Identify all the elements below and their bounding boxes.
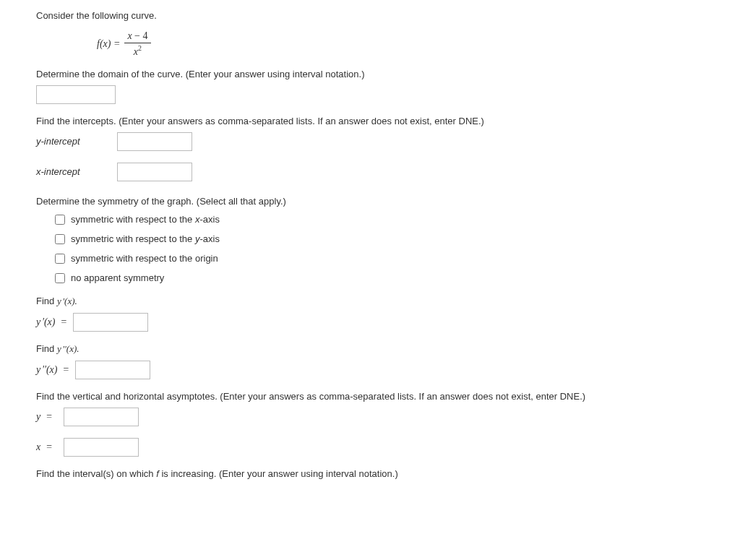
increasing-prompt: Find the interval(s) on which f is incre… [36,468,704,479]
y-intercept-label: y-intercept [36,136,117,147]
x-intercept-input[interactable] [117,163,192,181]
y-intercept-input[interactable] [117,132,192,151]
formula-left: f(x) = [97,38,120,50]
intercepts-prompt: Find the intercepts. (Enter your answers… [36,116,704,126]
deriv2-input[interactable] [75,361,150,379]
symmetry-none-checkbox[interactable] [55,273,65,283]
symmetry-none-label: no apparent symmetry [71,272,164,283]
intro-text: Consider the following curve. [36,9,704,23]
deriv2-label: y ''(x) = [36,364,69,376]
symmetry-xaxis-label: symmetric with respect to the x-axis [71,214,220,225]
symmetry-yaxis-label: symmetric with respect to the y-axis [71,233,220,244]
domain-input[interactable] [36,85,116,104]
deriv1-label: y '(x) = [36,316,67,328]
symmetry-yaxis-checkbox[interactable] [55,234,65,244]
deriv1-prompt: Find y '(x). [36,296,704,307]
asymptote-x-label: x = [36,441,58,453]
asymptote-y-input[interactable] [64,408,139,426]
symmetry-origin-label: symmetric with respect to the origin [71,253,218,264]
deriv2-prompt: Find y ''(x). [36,343,704,355]
symmetry-prompt: Determine the symmetry of the graph. (Se… [36,196,704,207]
symmetry-origin-checkbox[interactable] [55,254,65,264]
asymptote-x-input[interactable] [64,438,139,457]
asymptote-y-label: y = [36,411,58,423]
formula-num-op: − [132,30,143,41]
asymptotes-prompt: Find the vertical and horizontal asympto… [36,391,704,402]
domain-prompt: Determine the domain of the curve. (Ente… [36,69,704,79]
x-intercept-label: x-intercept [36,166,117,177]
formula-num-b: 4 [143,30,148,41]
symmetry-xaxis-checkbox[interactable] [55,215,65,225]
deriv1-input[interactable] [73,313,148,332]
formula-den-exp: 2 [138,44,142,52]
formula: f(x) = x − 4 x2 [36,30,704,59]
